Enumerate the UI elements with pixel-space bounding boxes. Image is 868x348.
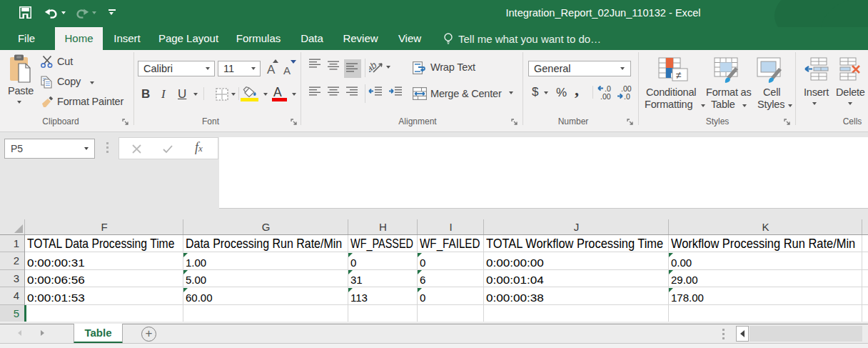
svg-text:≠: ≠ <box>676 69 682 81</box>
svg-text:.00: .00 <box>600 92 611 101</box>
svg-text:.0: .0 <box>624 92 630 101</box>
